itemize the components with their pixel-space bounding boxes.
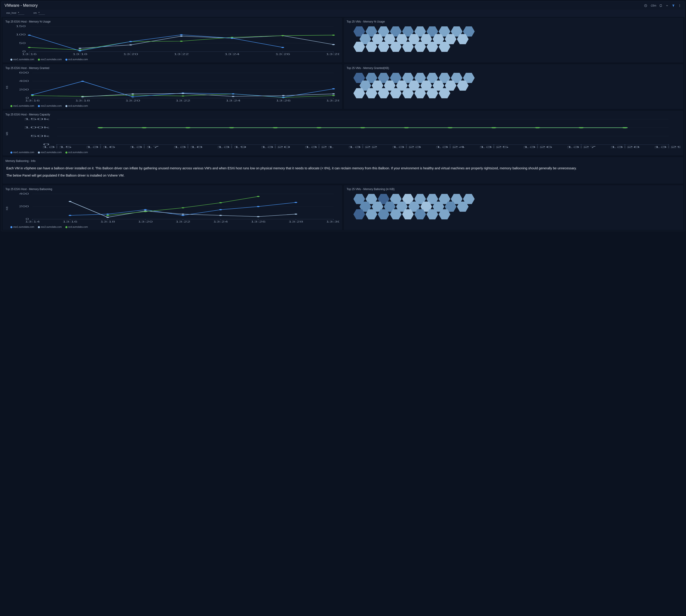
hex-cell[interactable] <box>402 209 414 219</box>
svg-point-208 <box>98 127 104 128</box>
svg-point-261 <box>144 211 147 212</box>
legend-item[interactable]: xcd.sumolabs.com <box>65 58 88 61</box>
svg-text:150k: 150k <box>24 118 50 120</box>
hex-cell[interactable] <box>390 42 402 52</box>
svg-point-248 <box>144 209 147 211</box>
hex-cell[interactable] <box>414 42 426 52</box>
legend-item[interactable]: esx1.sumolabs.com <box>10 151 34 154</box>
hex-cell[interactable] <box>426 209 438 219</box>
chevron-down-icon[interactable] <box>665 4 669 7</box>
hex-cell[interactable] <box>457 34 469 44</box>
legend-item[interactable]: xcd.sumolabs.com <box>65 225 88 228</box>
panel-vms-pct: Top 25 VMs - Memory % Usage <box>344 18 683 63</box>
svg-text:13:16: 13:16 <box>22 53 37 56</box>
svg-text:13:16: 13:16 <box>63 221 78 223</box>
svg-text:50: 50 <box>19 42 26 44</box>
svg-text:13:20: 13:20 <box>260 146 290 148</box>
filter-value: * <box>39 12 45 15</box>
svg-point-210 <box>185 127 191 128</box>
hex-cell[interactable] <box>439 42 450 52</box>
legend-item[interactable]: xcd.sumolabs.com <box>65 104 88 107</box>
svg-text:200: 200 <box>19 205 29 208</box>
legend: esx1.sumolabs.comesx2.sumolabs.comxcd.su… <box>5 150 681 154</box>
svg-point-39 <box>332 35 335 36</box>
hex-cell[interactable] <box>366 42 377 52</box>
filter-vm[interactable]: vm * <box>34 12 45 15</box>
legend: esx1.sumolabs.comesx2.sumolabs.comxcd.su… <box>5 224 339 228</box>
legend-item[interactable]: esx2.sumolabs.com <box>38 151 62 154</box>
hex-cell[interactable] <box>414 209 426 219</box>
svg-point-104 <box>81 81 84 82</box>
hex-cell[interactable] <box>378 209 390 219</box>
svg-point-107 <box>232 93 235 94</box>
svg-marker-287 <box>390 209 402 219</box>
hex-cell[interactable] <box>353 42 365 52</box>
hex-cell[interactable] <box>439 88 450 98</box>
hex-cell[interactable] <box>457 202 469 212</box>
hex-cell[interactable] <box>366 209 377 219</box>
hex-cell[interactable] <box>426 88 438 98</box>
clock-icon[interactable] <box>644 4 647 7</box>
panel-vms-balloon: Top 25 VMs - Memory Balloning (in KiB) <box>344 185 683 230</box>
svg-text:13:28: 13:28 <box>326 53 339 56</box>
panel-title: Top 25 VMs - Memory Granted(KB) <box>347 67 681 70</box>
refresh-icon[interactable] <box>659 4 663 7</box>
svg-point-33 <box>28 47 31 48</box>
legend-item[interactable]: esx1.sumolabs.com <box>10 104 34 107</box>
hex-cell[interactable] <box>390 209 402 219</box>
honeycomb[interactable] <box>347 71 681 101</box>
legend-item[interactable]: xcd.sumolabs.com <box>65 151 88 154</box>
hex-cell[interactable] <box>402 88 414 98</box>
svg-text:13:28: 13:28 <box>288 221 303 223</box>
svg-marker-64 <box>457 34 469 44</box>
panel-title: Top 25 VMs - Memory % Usage <box>347 20 681 23</box>
svg-text:13:18: 13:18 <box>101 221 115 223</box>
svg-point-260 <box>106 215 109 216</box>
svg-point-36 <box>180 41 183 42</box>
legend-item[interactable]: esx2.sumolabs.com <box>38 58 62 61</box>
info-paragraph: The below Panel will get populated if th… <box>6 173 680 178</box>
filter-bar: esx_host * vm * <box>1 10 685 17</box>
svg-point-263 <box>219 202 222 203</box>
hex-cell[interactable] <box>353 88 365 98</box>
svg-text:100: 100 <box>16 34 26 36</box>
hex-cell[interactable] <box>439 209 450 219</box>
svg-point-115 <box>332 93 335 94</box>
hex-cell[interactable] <box>426 42 438 52</box>
legend-item[interactable]: esx2.sumolabs.com <box>38 104 62 107</box>
dashboard-page: VMware - Memory -15m esx_host * <box>1 1 685 231</box>
panel-mem-capacity: Top 25 ESXi Host - Memory Capacity MB050… <box>3 111 683 155</box>
legend-item[interactable]: esx1.sumolabs.com <box>10 225 34 228</box>
svg-text:13:28: 13:28 <box>326 100 339 102</box>
hex-cell[interactable] <box>353 209 365 219</box>
svg-point-211 <box>229 127 235 128</box>
more-icon[interactable] <box>678 4 682 7</box>
svg-point-102 <box>332 95 335 96</box>
hex-cell[interactable] <box>402 42 414 52</box>
legend-item[interactable]: esx2.sumolabs.com <box>38 225 62 228</box>
honeycomb[interactable] <box>347 25 681 54</box>
time-range-label[interactable]: -15m <box>650 4 656 7</box>
hex-cell[interactable] <box>378 88 390 98</box>
svg-text:13:20: 13:20 <box>123 53 138 56</box>
svg-text:13:26: 13:26 <box>275 53 290 56</box>
row-3: Top 25 ESXi Host - Memory Capacity MB050… <box>1 110 685 156</box>
hex-cell[interactable] <box>390 88 402 98</box>
svg-point-251 <box>257 206 260 207</box>
svg-marker-71 <box>426 42 438 52</box>
svg-point-38 <box>281 35 284 36</box>
legend-item[interactable]: esx1.sumolabs.com <box>10 58 34 61</box>
filter-esx-host[interactable]: esx_host * <box>6 12 24 15</box>
hex-cell[interactable] <box>378 42 390 52</box>
honeycomb[interactable] <box>347 193 681 222</box>
y-axis-label: MB <box>5 118 9 150</box>
row-2: Top 25 ESXi Host - Memory Granted KB0200… <box>1 63 685 110</box>
svg-point-29 <box>180 36 183 37</box>
filter-icon[interactable] <box>671 4 675 7</box>
hex-cell[interactable] <box>366 88 377 98</box>
svg-text:13:17: 13:17 <box>129 146 159 148</box>
hex-cell[interactable] <box>414 88 426 98</box>
svg-point-44 <box>231 38 234 39</box>
legend: esx1.sumolabs.comesx2.sumolabs.comxcd.su… <box>5 103 339 107</box>
hex-cell[interactable] <box>457 81 469 91</box>
